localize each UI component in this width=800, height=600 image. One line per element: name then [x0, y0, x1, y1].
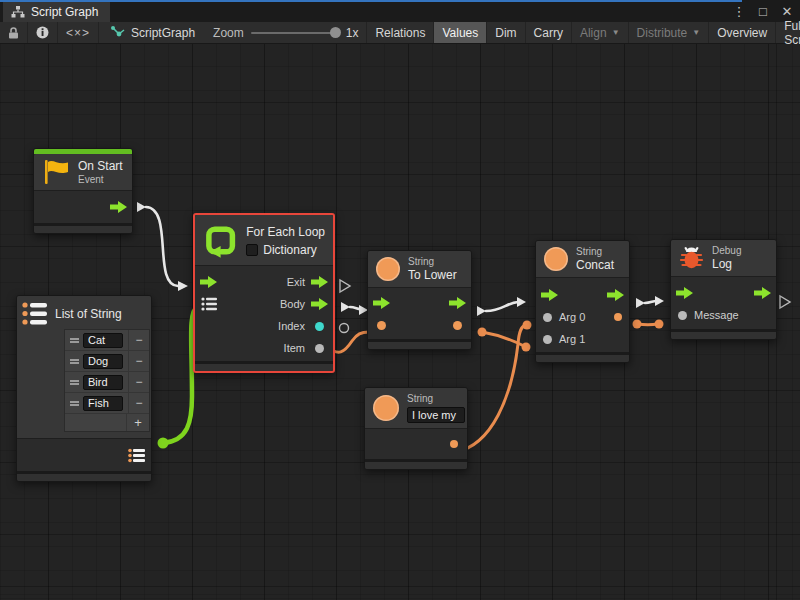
title-bar: Script Graph ⋮ □ ✕ — [0, 0, 800, 22]
wire-end-arrow — [655, 296, 664, 306]
node-debug-log[interactable]: Debug Log Message — [670, 239, 777, 340]
flow-input-port[interactable] — [373, 297, 390, 309]
hierarchy-icon — [11, 6, 25, 18]
body-flow-output-port[interactable] — [311, 298, 328, 310]
close-icon[interactable]: ✕ — [780, 4, 794, 19]
zoom-slider[interactable] — [251, 32, 339, 34]
list-icon — [22, 301, 48, 326]
node-subtitle: String — [408, 256, 457, 267]
remove-item-button[interactable]: − — [128, 393, 149, 414]
exit-flow-output-port[interactable] — [311, 276, 328, 288]
wire-start-triangle — [636, 298, 645, 308]
wire-end-arrow — [178, 281, 188, 291]
node-footer — [17, 471, 151, 481]
drag-handle-icon[interactable] — [70, 401, 79, 406]
node-on-start[interactable]: On Start Event — [33, 148, 133, 234]
dim-button[interactable]: Dim — [487, 22, 525, 43]
port-label-body: Body — [280, 298, 305, 310]
script-graph-window: Script Graph ⋮ □ ✕ <×> — [0, 0, 800, 600]
wire-tolower-concat[interactable] — [486, 302, 518, 311]
align-dropdown[interactable]: Align▼ — [572, 22, 629, 43]
wire-concat-message[interactable] — [637, 324, 658, 325]
list-item-input[interactable] — [83, 396, 123, 411]
flow-input-port[interactable] — [200, 276, 217, 288]
wire-tolower-arg1[interactable] — [482, 332, 524, 346]
list-input-port[interactable] — [200, 297, 217, 311]
node-footer — [365, 459, 467, 469]
script-graph-icon — [111, 26, 125, 39]
string-input-port[interactable] — [373, 321, 390, 330]
window-menu-icon[interactable]: ⋮ — [732, 4, 746, 19]
node-title: To Lower — [408, 268, 457, 282]
flag-icon — [42, 159, 70, 185]
string-output-port[interactable] — [445, 440, 462, 448]
node-concat[interactable]: String Concat Arg 0 — [535, 240, 630, 363]
drag-handle-icon[interactable] — [70, 380, 79, 385]
node-footer — [195, 361, 333, 371]
list-item-input[interactable] — [83, 333, 123, 348]
node-footer — [671, 329, 776, 339]
carry-button[interactable]: Carry — [526, 22, 572, 43]
distribute-dropdown[interactable]: Distribute▼ — [629, 22, 710, 43]
wire-body-tolower[interactable] — [350, 307, 360, 309]
dictionary-checkbox[interactable] — [246, 244, 258, 256]
add-item-button[interactable]: + — [126, 414, 149, 431]
node-title: On Start — [78, 159, 123, 173]
code-view-button[interactable]: <×> — [58, 22, 99, 43]
lock-button[interactable] — [0, 22, 28, 43]
arg1-input-port[interactable] — [541, 335, 553, 344]
flow-output-port[interactable] — [607, 289, 624, 301]
node-title: List of String — [55, 307, 122, 321]
node-footer — [34, 223, 132, 233]
flow-input-port[interactable] — [541, 289, 558, 301]
zoom-value: 1x — [346, 26, 359, 40]
list-item-row: − — [65, 372, 149, 393]
string-value-input[interactable] — [407, 407, 465, 423]
message-input-port[interactable] — [676, 311, 688, 320]
graph-canvas[interactable]: On Start Event — [0, 44, 800, 600]
drag-handle-icon[interactable] — [70, 359, 79, 364]
item-output-port[interactable] — [311, 344, 328, 353]
node-string-literal[interactable]: String — [364, 387, 468, 470]
string-output-port[interactable] — [449, 321, 466, 330]
flow-output-port[interactable] — [110, 201, 127, 213]
maximize-icon[interactable]: □ — [756, 4, 770, 19]
remove-item-button[interactable]: − — [128, 351, 149, 372]
drag-handle-icon[interactable] — [70, 338, 79, 343]
node-for-each-loop[interactable]: For Each Loop Dictionary Exit — [193, 213, 335, 373]
remove-item-button[interactable]: − — [128, 372, 149, 393]
node-to-lower[interactable]: String To Lower — [367, 250, 472, 350]
wire-onstart-foreach[interactable] — [146, 207, 178, 286]
list-item-row: − — [65, 330, 149, 351]
unconnected-flow-indicator — [340, 280, 350, 292]
graph-name-breadcrumb[interactable]: ScriptGraph — [99, 22, 205, 43]
overview-button[interactable]: Overview — [709, 22, 776, 43]
arg0-input-port[interactable] — [541, 313, 553, 322]
info-button[interactable] — [28, 22, 58, 43]
chevron-down-icon: ▼ — [612, 28, 620, 37]
string-output-port[interactable] — [612, 313, 624, 321]
node-list-of-string[interactable]: List of String − − — [16, 295, 152, 482]
graph-toolbar: <×> ScriptGraph Zoom 1x Relations Values… — [0, 22, 800, 44]
full-screen-button[interactable]: Full Screen — [776, 22, 800, 43]
list-item-input[interactable] — [83, 354, 123, 369]
zoom-slider-handle[interactable] — [330, 27, 341, 38]
tab-title: Script Graph — [31, 5, 98, 19]
info-icon — [36, 26, 49, 39]
wire-concat-log[interactable] — [645, 301, 656, 303]
list-editor: − − − − — [64, 329, 150, 432]
tab-script-graph[interactable]: Script Graph — [3, 2, 110, 22]
list-item-input[interactable] — [83, 375, 123, 390]
wire-list-foreach[interactable] — [163, 307, 197, 443]
node-title: Log — [712, 257, 741, 271]
list-item-row: − — [65, 351, 149, 372]
list-output-port[interactable] — [126, 448, 146, 463]
remove-item-button[interactable]: − — [128, 330, 149, 351]
index-output-port[interactable] — [311, 322, 328, 331]
flow-input-port[interactable] — [676, 287, 693, 299]
relations-button[interactable]: Relations — [367, 22, 434, 43]
values-button[interactable]: Values — [434, 22, 487, 43]
flow-output-port[interactable] — [754, 287, 771, 299]
flow-output-port[interactable] — [449, 297, 466, 309]
loop-icon — [203, 223, 238, 259]
